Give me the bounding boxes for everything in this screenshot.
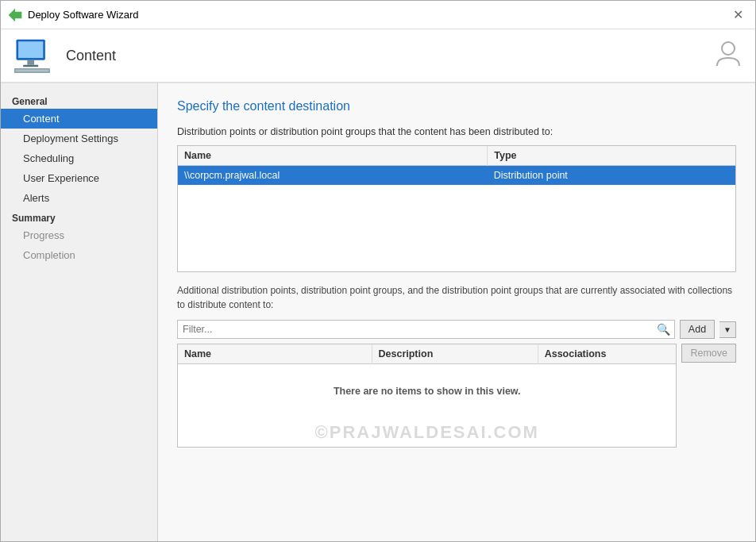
col-name: Name bbox=[178, 146, 488, 166]
svg-rect-2 bbox=[18, 41, 43, 58]
watermark: ©PRAJWALDESAI.COM bbox=[184, 414, 669, 443]
header-title: Content bbox=[66, 48, 116, 64]
add-button[interactable]: Add bbox=[680, 320, 715, 339]
filter-row: 🔍 Add ▼ bbox=[177, 320, 736, 339]
filter-input[interactable] bbox=[178, 321, 674, 338]
sidebar-section-summary: Summary bbox=[1, 208, 157, 225]
distribution-points-table: Name Type \\corpcm.prajwal.local Distrib… bbox=[177, 145, 736, 272]
sidebar-item-completion: Completion bbox=[1, 245, 157, 265]
description-text-1: Distribution points or distribution poin… bbox=[177, 126, 736, 137]
content-area: Specify the content destination Distribu… bbox=[158, 83, 755, 541]
main-layout: General Content Deployment Settings Sche… bbox=[1, 83, 755, 541]
svg-rect-3 bbox=[27, 60, 34, 65]
col-associations: Associations bbox=[538, 344, 676, 364]
cell-name: \\corpcm.prajwal.local bbox=[178, 166, 488, 186]
additional-table: Name Description Associations There are … bbox=[177, 344, 677, 448]
sidebar-item-alerts[interactable]: Alerts bbox=[1, 188, 157, 208]
user-icon bbox=[714, 39, 742, 73]
bottom-section: Name Description Associations There are … bbox=[177, 344, 736, 448]
close-button[interactable]: ✕ bbox=[727, 4, 749, 26]
svg-rect-6 bbox=[16, 70, 49, 72]
svg-rect-4 bbox=[23, 65, 38, 67]
search-icon: 🔍 bbox=[657, 323, 670, 336]
sidebar: General Content Deployment Settings Sche… bbox=[1, 83, 158, 541]
main-window: Deploy Software Wizard ✕ Content Ge bbox=[0, 0, 756, 542]
add-dropdown-arrow[interactable]: ▼ bbox=[719, 321, 736, 338]
page-heading: Specify the content destination bbox=[177, 99, 736, 113]
table-row[interactable]: \\corpcm.prajwal.local Distribution poin… bbox=[178, 166, 735, 186]
col-type: Type bbox=[488, 146, 735, 166]
empty-table-row: There are no items to show in this view.… bbox=[178, 364, 676, 448]
filter-input-wrap: 🔍 bbox=[177, 320, 675, 339]
additional-description: Additional distribution points, distribu… bbox=[177, 283, 736, 312]
wizard-icon bbox=[7, 7, 23, 23]
sidebar-item-user-experience[interactable]: User Experience bbox=[1, 168, 157, 188]
sidebar-item-deployment-settings[interactable]: Deployment Settings bbox=[1, 129, 157, 148]
header: Content bbox=[1, 29, 755, 83]
cell-type: Distribution point bbox=[488, 166, 735, 186]
computer-icon bbox=[14, 35, 55, 76]
title-bar: Deploy Software Wizard ✕ bbox=[1, 1, 755, 29]
svg-point-7 bbox=[722, 42, 735, 55]
svg-marker-0 bbox=[9, 8, 22, 21]
sidebar-item-progress: Progress bbox=[1, 225, 157, 245]
title-bar-title: Deploy Software Wizard bbox=[28, 9, 727, 21]
empty-table-message: There are no items to show in this view. bbox=[184, 368, 669, 414]
sidebar-section-general: General bbox=[1, 91, 157, 109]
sidebar-item-content[interactable]: Content bbox=[1, 109, 157, 129]
table-action-buttons: Remove bbox=[681, 344, 736, 363]
remove-button[interactable]: Remove bbox=[681, 344, 736, 363]
sidebar-item-scheduling[interactable]: Scheduling bbox=[1, 148, 157, 168]
col-description: Description bbox=[372, 344, 538, 364]
col-name2: Name bbox=[178, 344, 372, 364]
